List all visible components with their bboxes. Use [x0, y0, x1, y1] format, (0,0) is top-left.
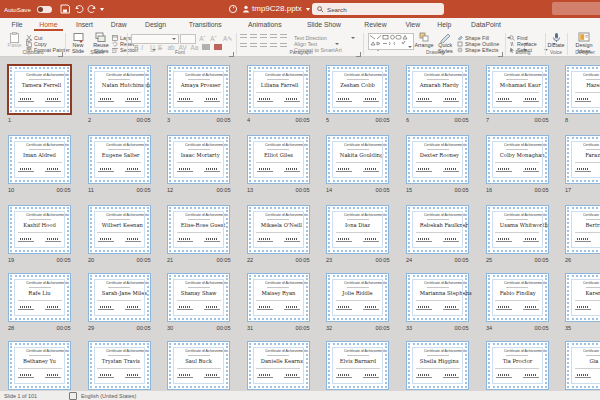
- bullets-button[interactable]: [240, 34, 247, 40]
- slide-thumbnail-8[interactable]: Certificate of AchievementHazel B: [565, 65, 600, 114]
- slide-thumbnail-12[interactable]: Certificate of AchievementIsaac Moriarty: [167, 135, 230, 184]
- slide-thumbnail-31[interactable]: Certificate of AchievementMaisey Ryan: [247, 273, 310, 322]
- tab-view[interactable]: View: [397, 18, 429, 31]
- tab-transitions[interactable]: Transitions: [176, 18, 235, 31]
- shrink-font-button[interactable]: Aˇ: [210, 35, 216, 42]
- slide-thumbnail-3[interactable]: Certificate of AchievementAmaya Prosser: [167, 65, 230, 114]
- slide-thumbnail-26[interactable]: Certificate of AchievementBertram: [565, 205, 600, 254]
- slide-thumbnail-29[interactable]: Certificate of AchievementSarah-Jane Mil…: [88, 273, 151, 322]
- underline-button[interactable]: U: [150, 44, 155, 51]
- change-case-button[interactable]: Aa: [191, 44, 199, 51]
- strikethrough-button[interactable]: S: [158, 44, 162, 51]
- tab-home[interactable]: Home: [30, 18, 67, 31]
- slide-thumbnail-20[interactable]: Certificate of AchievementWilbert Keenan: [88, 205, 151, 254]
- slide-thumbnail-39[interactable]: Certificate of AchievementSaul Buck: [167, 341, 230, 390]
- accessibility-icon[interactable]: [69, 392, 77, 400]
- document-title[interactable]: tmp9C28.pptx: [252, 4, 302, 13]
- slide-thumbnail-2[interactable]: Certificate of AchievementNatan Hutchins…: [88, 65, 151, 114]
- save-icon[interactable]: [60, 4, 70, 14]
- redo-icon[interactable]: [87, 4, 97, 14]
- slide-thumbnail-4[interactable]: Certificate of AchievementLiliana Farrel…: [247, 65, 310, 114]
- undo-icon[interactable]: [74, 4, 84, 14]
- slide-thumbnail-16[interactable]: Certificate of AchievementColby Monaghan: [486, 135, 549, 184]
- slide-thumbnail-33[interactable]: Certificate of AchievementMarianna Steph…: [406, 273, 469, 322]
- account-icon[interactable]: [241, 4, 251, 14]
- slide-thumbnail-15[interactable]: Certificate of AchievementDexter Rooney: [406, 135, 469, 184]
- powerpoint-window: AutoSave tmp9C28.pptx Search FileHomeI: [0, 0, 600, 400]
- align-center-button[interactable]: [250, 43, 257, 49]
- slide-thumbnail-7[interactable]: Certificate of AchievementMohamad Kaur: [486, 65, 549, 114]
- grow-font-button[interactable]: Aˆ: [199, 35, 205, 42]
- tab-datapoint[interactable]: DataPoint: [459, 18, 513, 31]
- signature-line: [125, 168, 141, 172]
- slide-thumbnail-28[interactable]: Certificate of AchievementRafe Liu: [8, 273, 71, 322]
- slide-thumbnail-38[interactable]: Certificate of AchievementTrystan Travis: [88, 341, 151, 390]
- slide-thumbnail-23[interactable]: Certificate of AchievementIona Diaz: [326, 205, 389, 254]
- tab-file[interactable]: File: [4, 18, 30, 31]
- slide-thumbnail-17[interactable]: Certificate of AchievementFaraz Fr: [565, 135, 600, 184]
- slide-thumbnail-37[interactable]: Certificate of AchievementBethaney Yu: [8, 341, 71, 390]
- tab-draw[interactable]: Draw: [102, 18, 135, 31]
- slide-thumbnail-10[interactable]: Certificate of AchievementIman Aldred: [8, 135, 71, 184]
- slide-thumbnail-30[interactable]: Certificate of AchievementShanay Shaw: [167, 273, 230, 322]
- slide-thumbnail-1[interactable]: Certificate of AchievementTamera Ferrell: [7, 64, 72, 115]
- slide-timing: 00:05: [375, 117, 389, 121]
- slide-thumbnail-6[interactable]: Certificate of AchievementAmarah Hardy: [406, 65, 469, 114]
- slide-thumbnail-14[interactable]: Certificate of AchievementNakita Gouldin…: [326, 135, 389, 184]
- slide-label-row: 35: [565, 325, 600, 332]
- certificate-name: Jolie Riddle: [340, 290, 375, 296]
- slide-thumbnail-34[interactable]: Certificate of AchievementFabio Findlay: [486, 273, 549, 322]
- italic-button[interactable]: I: [141, 44, 143, 51]
- signature-line: [575, 374, 591, 378]
- slide-label-row: 26: [565, 257, 600, 264]
- decrease-indent-button[interactable]: [260, 34, 267, 40]
- slide-thumbnail-43[interactable]: Certificate of AchievementTia Proctor: [486, 341, 549, 390]
- font-color-button[interactable]: [214, 44, 222, 50]
- sync-icon[interactable]: [228, 4, 238, 14]
- autosave-toggle[interactable]: [37, 6, 52, 13]
- slide-thumbnail-11[interactable]: Certificate of AchievementEugene Salter: [88, 135, 151, 184]
- justify-button[interactable]: [270, 43, 277, 49]
- bold-button[interactable]: B: [134, 44, 139, 51]
- certificate-header: Certificate of Achievement: [26, 349, 53, 353]
- qat-customize-caret[interactable]: [100, 0, 104, 18]
- align-right-button[interactable]: [260, 43, 267, 49]
- columns-button[interactable]: [280, 43, 287, 49]
- numbering-button[interactable]: [250, 34, 257, 40]
- tab-review[interactable]: Review: [354, 18, 397, 31]
- slide-thumbnail-41[interactable]: Certificate of AchievementElvis Barnard: [326, 341, 389, 390]
- slide-thumbnail-5[interactable]: Certificate of AchievementZeshan Cobb: [326, 65, 389, 114]
- slide-thumbnail-24[interactable]: Certificate of AchievementRebekah Faulkn…: [406, 205, 469, 254]
- shapes-gallery[interactable]: [368, 33, 414, 50]
- highlight-color-button[interactable]: [202, 44, 210, 50]
- font-size-select[interactable]: [180, 34, 196, 44]
- slide-thumbnail-22[interactable]: Certificate of AchievementMikaela O'Neil…: [247, 205, 310, 254]
- slide-thumbnail-42[interactable]: Certificate of AchievementSheila Higgins: [406, 341, 469, 390]
- align-left-button[interactable]: [240, 43, 247, 49]
- clear-formatting-button[interactable]: A✎: [223, 35, 233, 42]
- font-name-select[interactable]: [131, 34, 179, 44]
- signature-line: [18, 238, 34, 242]
- account-area[interactable]: [552, 2, 600, 15]
- slide-thumbnail-44[interactable]: Certificate of AchievementGia Y: [565, 341, 600, 390]
- slide-thumbnail-40[interactable]: Certificate of AchievementDanielle Kearn…: [247, 341, 310, 390]
- tab-design[interactable]: Design: [135, 18, 176, 31]
- ribbon: Paste Cut Copy Format Painter Clipboard …: [0, 31, 600, 57]
- language-indicator[interactable]: English (United States): [81, 393, 136, 399]
- slide-timing: 00:05: [535, 325, 549, 329]
- slide-thumbnail-21[interactable]: Certificate of AchievementElise-Rose Gue…: [167, 205, 230, 254]
- increase-indent-button[interactable]: [270, 34, 277, 40]
- slide-thumbnail-13[interactable]: Certificate of AchievementElliot Giles: [247, 135, 310, 184]
- tab-insert[interactable]: Insert: [67, 18, 102, 31]
- slide-thumbnail-32[interactable]: Certificate of AchievementJolie Riddle: [326, 273, 389, 322]
- search-box[interactable]: Search: [312, 3, 444, 15]
- tab-animations[interactable]: Animations: [235, 18, 294, 31]
- tab-help[interactable]: Help: [429, 18, 460, 31]
- document-title-caret[interactable]: [306, 0, 310, 18]
- signature-line: [416, 98, 432, 102]
- slide-thumbnail-35[interactable]: Certificate of AchievementKaren H: [565, 273, 600, 322]
- slide-thumbnail-25[interactable]: Certificate of AchievementUsama Whitwort…: [486, 205, 549, 254]
- line-spacing-button[interactable]: [280, 34, 287, 40]
- tab-slide-show[interactable]: Slide Show: [294, 18, 354, 31]
- slide-thumbnail-19[interactable]: Certificate of AchievementKashif Hood: [8, 205, 71, 254]
